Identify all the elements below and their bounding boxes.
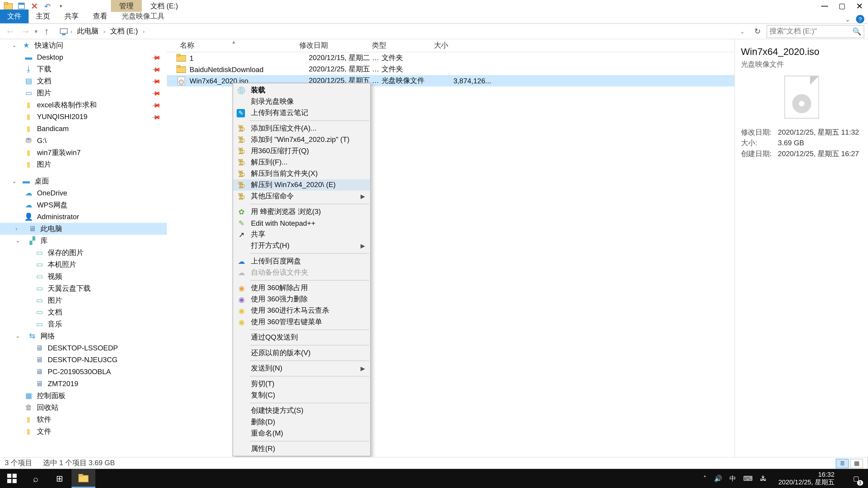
nav-pictures2[interactable]: ▮图片 [0, 158, 167, 170]
tray-volume-icon[interactable]: 🔊 [714, 475, 722, 482]
nav-desktop-section[interactable]: ⌄▬桌面 [0, 175, 167, 187]
nav-up-button[interactable]: ↑ [40, 25, 53, 38]
refresh-button[interactable]: ↻ [751, 27, 764, 36]
ctx-open-with[interactable]: 打开方式(H)▶ [233, 240, 370, 252]
nav-forward-button[interactable]: → [19, 25, 32, 38]
ctx-add-archive[interactable]: 🗜添加到压缩文件(A)... [233, 123, 370, 134]
nav-control-panel[interactable]: ▦控制面板 [0, 390, 167, 402]
task-view-button[interactable]: ⊞ [48, 469, 71, 488]
ctx-properties[interactable]: 属性(R) [233, 443, 370, 455]
ctx-open-360zip[interactable]: 🗜用360压缩打开(Q) [233, 145, 370, 157]
nav-files-bottom[interactable]: ▮文件 [0, 425, 167, 437]
ribbon-tab-home[interactable]: 主页 [29, 9, 57, 23]
qat-undo-icon[interactable]: ↶ [43, 1, 53, 11]
nav-saved-pics[interactable]: ▭保存的图片 [0, 247, 167, 259]
nav-gdrive[interactable]: ⛃G:\ [0, 135, 167, 147]
search-input[interactable]: 搜索"文档 (E:)" 🔍 [767, 25, 864, 38]
nav-documents[interactable]: ▤文档📌 [0, 75, 167, 87]
action-center-button[interactable]: ▢ 3 [846, 469, 866, 488]
taskbar-explorer[interactable] [71, 469, 95, 488]
ribbon-tab-share[interactable]: 共享 [57, 9, 86, 23]
taskbar-clock[interactable]: 16:32 2020/12/25, 星期五 [774, 470, 839, 486]
nav-admin[interactable]: 👤Administrator [0, 211, 167, 223]
nav-local-photos[interactable]: ▭本机照片 [0, 258, 167, 270]
nav-software[interactable]: ▮软件 [0, 414, 167, 425]
ribbon-tab-view[interactable]: 查看 [86, 9, 115, 23]
qat-properties-icon[interactable] [17, 1, 26, 11]
breadcrumb-dropdown-icon[interactable]: ⌄ [740, 28, 745, 35]
ctx-share[interactable]: ↗共享 [233, 229, 370, 240]
ctx-send-to[interactable]: 发送到(N)▶ [233, 363, 370, 374]
taskbar-search-button[interactable]: ⌕ [24, 469, 48, 488]
ctx-rename[interactable]: 重命名(M) [233, 428, 370, 439]
nav-docs-lib[interactable]: ▭文档 [0, 306, 167, 318]
nav-net2[interactable]: 🖥DESKTOP-NJEU3CG [0, 354, 167, 366]
tray-ime-mode-icon[interactable]: ⌨ [743, 475, 753, 482]
ctx-mount[interactable]: 💿装载 [233, 85, 370, 96]
qat-dropdown-icon[interactable]: ▾ [56, 1, 66, 11]
close-button[interactable]: ✕ [856, 1, 863, 11]
tray-ime-indicator[interactable]: 中 [730, 474, 736, 483]
ctx-extract-to[interactable]: 🗜解压到(F)... [233, 157, 370, 168]
ctx-cut[interactable]: 剪切(T) [233, 378, 370, 390]
ribbon-tab-disc-tools[interactable]: 光盘映像工具 [114, 9, 172, 23]
breadcrumb-drive[interactable]: 文档 (E:) [107, 26, 140, 36]
nav-net1[interactable]: 🖥DESKTOP-LSSOEDP [0, 342, 167, 354]
nav-desktop[interactable]: ▬Desktop📌 [0, 51, 167, 63]
nav-onedrive[interactable]: ☁OneDrive [0, 187, 167, 199]
table-row[interactable]: BaiduNetdiskDownload 2020/12/25, 星期五 1..… [167, 64, 734, 75]
file-list-header[interactable]: ▴ 名称 修改日期 类型 大小 [167, 39, 734, 53]
nav-tianyi[interactable]: ▭天翼云盘下载 [0, 283, 167, 294]
nav-wps[interactable]: ☁WPS网盘 [0, 199, 167, 211]
ctx-360-force-delete[interactable]: ◉使用 360强力删除 [233, 294, 370, 305]
ctx-delete[interactable]: 删除(D) [233, 416, 370, 428]
ctx-notepadpp[interactable]: ✎Edit with Notepad++ [233, 218, 370, 229]
ctx-extract-named[interactable]: 🗜解压到 Win7x64_2020\ (E) [233, 180, 370, 191]
start-button[interactable] [0, 469, 24, 488]
ctx-baidu-upload[interactable]: ☁上传到百度网盘 [233, 256, 370, 267]
breadcrumb[interactable]: › 此电脑 › 文档 (E:) › ⌄ [55, 25, 749, 38]
nav-thispc[interactable]: ›🖥此电脑 [0, 223, 167, 235]
breadcrumb-thispc[interactable]: 此电脑 [75, 26, 101, 36]
col-header-date[interactable]: 修改日期 [299, 40, 372, 51]
nav-net4[interactable]: 🖥ZMT2019 [0, 378, 167, 390]
help-icon[interactable]: ? [856, 15, 864, 23]
nav-recycle[interactable]: 🗑回收站 [0, 401, 167, 414]
ctx-other-archive[interactable]: 🗜其他压缩命令▶ [233, 191, 370, 202]
ctx-create-shortcut[interactable]: 创建快捷方式(S) [233, 405, 370, 416]
tray-overflow-icon[interactable]: ˄ [703, 475, 707, 482]
nav-history-dropdown[interactable]: ▾ [35, 28, 37, 35]
nav-videos[interactable]: ▭视频 [0, 270, 167, 283]
ribbon-tab-file[interactable]: 文件 [0, 9, 29, 23]
ctx-bee-browser[interactable]: ✿用 蜂蜜浏览器 浏览(3) [233, 206, 370, 217]
ctx-extract-here[interactable]: 🗜解压到当前文件夹(X) [233, 168, 370, 180]
ctx-360-manage-ctx[interactable]: ◉使用 360管理右键菜单 [233, 316, 370, 328]
ctx-copy[interactable]: 复制(C) [233, 390, 370, 401]
nav-yunqishi[interactable]: ▮YUNQISHI2019📌 [0, 111, 167, 123]
nav-net3[interactable]: 🖥PC-20190530OBLA [0, 366, 167, 378]
nav-quick-access[interactable]: ⌄★快速访问 [0, 39, 167, 51]
col-header-size[interactable]: 大小 [434, 40, 485, 51]
nav-pictures[interactable]: ▭图片📌 [0, 87, 167, 99]
ctx-youdao[interactable]: ✎上传到有道云笔记 [233, 107, 370, 119]
nav-pics-lib[interactable]: ▭图片 [0, 294, 167, 306]
ctx-add-zip[interactable]: 🗜添加到 "Win7x64_2020.zip" (T) [233, 134, 370, 145]
nav-libraries[interactable]: ⌄▞库 [0, 235, 167, 247]
nav-excel-folder[interactable]: ▮excel表格制作求和📌 [0, 99, 167, 111]
ctx-360-unlock[interactable]: ◉使用 360解除占用 [233, 283, 370, 294]
col-header-type[interactable]: 类型 [372, 40, 434, 51]
nav-music-lib[interactable]: ▭音乐 [0, 318, 167, 330]
ctx-restore-previous[interactable]: 还原以前的版本(V) [233, 347, 370, 359]
table-row[interactable]: 1 2020/12/15, 星期二 1... 文件夹 [167, 53, 734, 64]
nav-bandicam[interactable]: ▮Bandicam [0, 123, 167, 135]
ctx-qq-send[interactable]: 通过QQ发送到 [233, 332, 370, 343]
nav-downloads[interactable]: ⭳下载📌 [0, 63, 167, 75]
maximize-button[interactable]: ▢ [839, 2, 845, 10]
view-details-button[interactable]: ≣ [836, 458, 849, 468]
tray-network-icon[interactable]: 🖧 [760, 475, 767, 482]
ribbon-expand-icon[interactable]: ⌄ [845, 16, 850, 22]
ctx-360-trojan-scan[interactable]: ◉使用 360进行木马云查杀 [233, 305, 370, 316]
qat-delete-icon[interactable]: ✕ [30, 1, 39, 11]
nav-back-button[interactable]: ← [4, 25, 17, 38]
view-large-icons-button[interactable]: ▦ [850, 458, 863, 468]
